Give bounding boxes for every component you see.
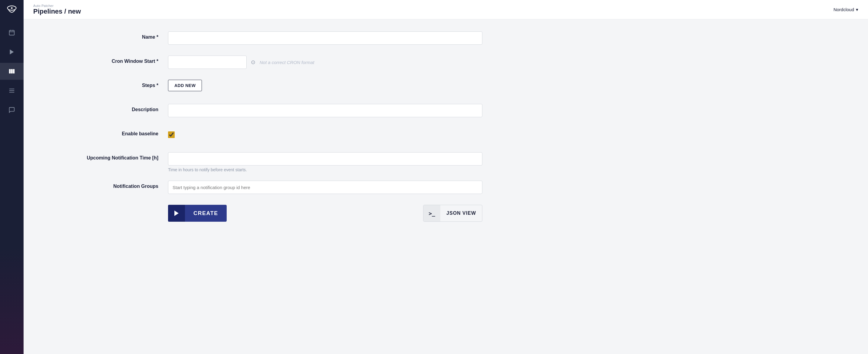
- add-new-button[interactable]: ADD NEW: [168, 80, 202, 91]
- svg-rect-2: [9, 31, 14, 35]
- sidebar-item-list[interactable]: [0, 82, 24, 99]
- cron-hint: Not a correct CRON format: [259, 60, 314, 65]
- notification-time-input[interactable]: [168, 152, 483, 165]
- steps-row: Steps * ADD NEW: [65, 80, 483, 95]
- notification-time-row: Upcoming Notification Time [h] Time in h…: [65, 152, 483, 172]
- app-logo: [0, 0, 24, 19]
- steps-control: ADD NEW: [168, 80, 483, 91]
- enable-baseline-control: [168, 128, 483, 141]
- notification-groups-input[interactable]: [168, 181, 483, 194]
- user-name: Nordcloud: [834, 7, 854, 12]
- form-buttons: CREATE >_ JSON VIEW: [65, 205, 483, 222]
- json-view-icon: >_: [424, 205, 440, 222]
- svg-rect-7: [9, 69, 10, 74]
- cron-row: Cron Window Start * ⊙ Not a correct CRON…: [65, 56, 483, 71]
- name-input[interactable]: [168, 31, 483, 45]
- svg-marker-6: [10, 50, 14, 55]
- create-button[interactable]: CREATE: [168, 205, 227, 222]
- create-icon: [168, 205, 185, 222]
- create-label: CREATE: [185, 210, 227, 217]
- form-container: Name * Cron Window Start * ⊙ Not a corre…: [65, 31, 483, 196]
- notification-time-hint: Time in hours to notify before event sta…: [168, 167, 483, 172]
- sidebar-item-chat[interactable]: [0, 101, 24, 119]
- cron-input[interactable]: [168, 56, 247, 69]
- cron-label: Cron Window Start *: [65, 56, 168, 64]
- notification-groups-label: Notification Groups: [65, 181, 168, 189]
- notification-time-label: Upcoming Notification Time [h]: [65, 152, 168, 161]
- enable-baseline-checkbox[interactable]: [168, 131, 175, 138]
- sidebar-item-run[interactable]: [0, 43, 24, 60]
- steps-label: Steps *: [65, 80, 168, 88]
- name-row: Name *: [65, 31, 483, 47]
- enable-baseline-row: Enable baseline: [65, 128, 483, 144]
- description-control: [168, 104, 483, 117]
- json-view-label: JSON VIEW: [440, 211, 482, 216]
- enable-baseline-label: Enable baseline: [65, 128, 168, 136]
- sidebar-item-pipelines[interactable]: [0, 63, 24, 80]
- sidebar-nav: [0, 19, 24, 119]
- page-title: Pipelines / new: [33, 7, 81, 15]
- notification-groups-row: Notification Groups: [65, 181, 483, 196]
- main-content: Name * Cron Window Start * ⊙ Not a corre…: [47, 19, 868, 354]
- description-input[interactable]: [168, 104, 483, 117]
- notification-groups-control: [168, 181, 483, 194]
- topbar: Auto Patcher Pipelines / new Nordcloud ▾: [24, 0, 868, 19]
- svg-rect-8: [11, 69, 13, 74]
- description-label: Description: [65, 104, 168, 112]
- user-menu[interactable]: Nordcloud ▾: [834, 7, 858, 12]
- name-control: [168, 31, 483, 45]
- app-name: Auto Patcher: [33, 4, 81, 7]
- sidebar-item-calendar[interactable]: [0, 24, 24, 41]
- description-row: Description: [65, 104, 483, 120]
- svg-rect-9: [13, 69, 14, 74]
- sidebar: [0, 0, 24, 354]
- chevron-down-icon: ▾: [856, 7, 858, 12]
- name-label: Name *: [65, 31, 168, 40]
- cron-control: ⊙ Not a correct CRON format: [168, 56, 483, 69]
- cron-clock-icon: ⊙: [251, 59, 255, 66]
- notification-time-control: Time in hours to notify before event sta…: [168, 152, 483, 172]
- svg-point-1: [11, 7, 12, 9]
- json-view-button[interactable]: >_ JSON VIEW: [423, 205, 483, 222]
- svg-marker-13: [175, 211, 179, 216]
- title-group: Auto Patcher Pipelines / new: [33, 4, 81, 15]
